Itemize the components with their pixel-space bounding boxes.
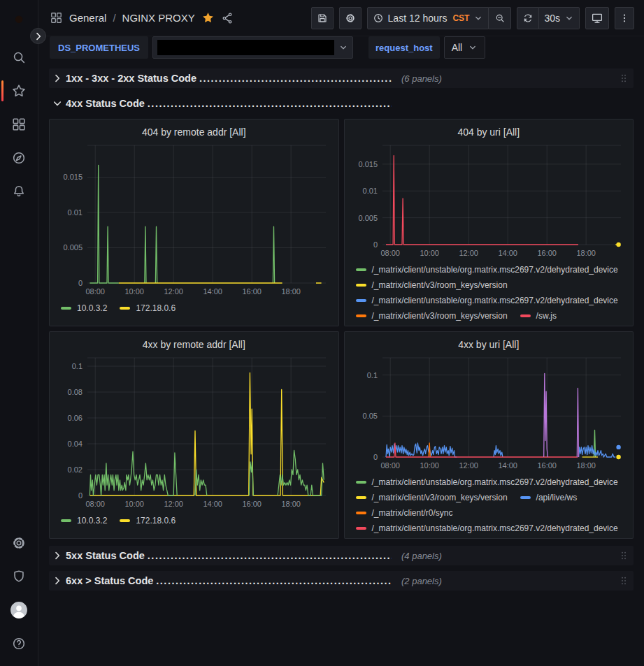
variables-bar: DS_PROMETHEUS request_host All [38, 36, 644, 63]
refresh-button[interactable] [517, 7, 539, 29]
panel-title[interactable]: 404 by remote addr [All] [57, 123, 331, 141]
time-series-chart[interactable]: 00.0050.010.01508:0010:0012:0014:0016:00… [352, 141, 629, 260]
dashboards-grid-icon [11, 117, 27, 132]
sidebar-bottom-group [0, 526, 38, 660]
legend-item[interactable]: 10.0.3.2 [61, 513, 107, 528]
row-title-dots: ........................................… [199, 73, 392, 84]
time-series-chart[interactable]: 00.020.040.060.080.108:0010:0012:0014:00… [57, 354, 334, 511]
legend-item[interactable]: 172.18.0.6 [120, 301, 176, 316]
legend-swatch-icon [356, 527, 366, 530]
svg-text:0.02: 0.02 [68, 465, 83, 474]
sidebar-item-alerting[interactable] [0, 175, 38, 208]
request-host-variable-select[interactable]: All [444, 36, 486, 59]
tv-mode-button[interactable] [585, 7, 609, 29]
legend-item[interactable]: /sw.js [520, 308, 557, 321]
svg-text:12:00: 12:00 [164, 287, 183, 296]
legend-item[interactable]: /_matrix/client/unstable/org.matrix.msc2… [356, 293, 618, 308]
legend-item[interactable]: /api/live/ws [520, 490, 578, 505]
svg-text:0.015: 0.015 [358, 160, 378, 168]
dashboard-header: General / NGINX PROXY Last 12 hours CST [38, 0, 644, 36]
legend-item[interactable]: /_matrix/client/unstable/org.matrix.msc2… [356, 475, 618, 490]
sidebar [0, 0, 38, 666]
row-drag-handle-icon[interactable] [618, 549, 629, 562]
panel-legend: 10.0.3.2172.18.0.6 [57, 511, 331, 534]
chevron-down-icon [473, 13, 483, 23]
panel-title[interactable]: 404 by uri [All] [352, 123, 627, 141]
legend-swatch-icon [120, 307, 130, 310]
legend-item[interactable]: 10.0.3.2 [61, 301, 107, 316]
legend-swatch-icon [356, 314, 366, 317]
legend-item[interactable]: /_matrix/client/v3/room_keys/version [356, 308, 508, 321]
svg-text:10:00: 10:00 [124, 500, 144, 508]
legend-swatch-icon [356, 268, 366, 271]
legend-item[interactable]: /_matrix/client/r0/sync [356, 505, 453, 521]
row-title-group: 6xx > Status Code ......................… [52, 575, 392, 586]
sidebar-item-explore[interactable] [0, 141, 38, 175]
legend-item[interactable]: /_matrix/client/unstable/org.matrix.msc2… [356, 521, 618, 534]
dashboard-content: 1xx - 3xx - 2xx Status Code ............… [38, 63, 644, 666]
refresh-interval-label: 30s [544, 13, 560, 24]
more-options-button[interactable] [615, 7, 634, 29]
sidebar-item-search[interactable] [0, 41, 38, 74]
grafana-app: General / NGINX PROXY Last 12 hours CST [0, 0, 644, 666]
datasource-variable-select[interactable] [152, 36, 353, 59]
row-drag-handle-icon[interactable] [618, 574, 629, 587]
row-title-group: 5xx Status Code ........................… [52, 550, 392, 561]
sidebar-item-help[interactable] [0, 627, 38, 660]
svg-text:10:00: 10:00 [420, 249, 439, 257]
row-header-5xx[interactable]: 5xx Status Code ........................… [49, 546, 634, 565]
chevron-down-icon [564, 13, 574, 23]
svg-text:0.08: 0.08 [68, 388, 83, 396]
save-dashboard-button[interactable] [311, 7, 334, 29]
svg-text:14:00: 14:00 [203, 500, 222, 508]
legend-swatch-icon [356, 284, 366, 287]
legend-swatch-icon [356, 512, 366, 514]
svg-text:16:00: 16:00 [242, 287, 262, 296]
help-icon [11, 636, 27, 651]
legend-label: /_matrix/client/v3/room_keys/version [372, 311, 508, 321]
favorite-star-icon[interactable] [201, 11, 215, 24]
share-icon[interactable] [221, 12, 234, 24]
monitor-icon [591, 12, 603, 24]
datasource-variable-label[interactable]: DS_PROMETHEUS [50, 36, 148, 59]
sidebar-item-dashboards[interactable] [0, 108, 38, 141]
svg-text:18:00: 18:00 [281, 287, 301, 296]
sidebar-item-server-admin[interactable] [0, 560, 38, 593]
svg-text:08:00: 08:00 [380, 249, 400, 257]
sidebar-item-profile[interactable] [0, 593, 38, 627]
angle-right-icon [52, 73, 63, 84]
breadcrumb-dashboard-title[interactable]: NGINX PROXY [122, 12, 195, 24]
breadcrumb-section[interactable]: General [69, 12, 106, 24]
svg-text:08:00: 08:00 [380, 461, 400, 470]
legend-item[interactable]: /_matrix/client/v3/room_keys/version [356, 490, 508, 505]
zoom-out-time-button[interactable] [489, 7, 511, 29]
time-series-chart[interactable]: 00.050.108:0010:0012:0014:0016:0018:00 [352, 354, 629, 472]
datasource-variable-value-redacted [157, 40, 334, 55]
alerting-bell-icon [11, 184, 27, 199]
panel-title[interactable]: 4xx by uri [All] [352, 335, 627, 354]
legend-label: /_matrix/client/v3/room_keys/version [372, 493, 508, 502]
time-range-picker[interactable]: Last 12 hours CST [367, 7, 489, 29]
row-header-6xx[interactable]: 6xx > Status Code ......................… [49, 571, 634, 591]
row-drag-handle-icon[interactable] [618, 72, 629, 85]
sidebar-item-starred[interactable] [0, 74, 38, 108]
legend-swatch-icon [120, 519, 130, 522]
grafana-logo[interactable] [8, 7, 29, 31]
time-series-chart[interactable]: 00.0050.010.01508:0010:0012:0014:0016:00… [57, 141, 334, 298]
sidebar-expand-button[interactable] [30, 28, 46, 44]
legend-item[interactable]: 172.18.0.6 [120, 513, 176, 528]
refresh-interval-picker[interactable]: 30s [539, 7, 580, 29]
legend-item[interactable]: /_matrix/client/unstable/org.matrix.msc2… [356, 262, 618, 277]
legend-label: /api/live/ws [536, 493, 578, 502]
request-host-variable-label[interactable]: request_host [368, 36, 440, 59]
legend-item[interactable]: /_matrix/client/v3/room_keys/version [356, 277, 508, 293]
dashboard-settings-button[interactable] [339, 7, 362, 29]
legend-swatch-icon [520, 314, 531, 317]
kebab-icon [619, 13, 630, 24]
angle-right-icon [52, 575, 63, 586]
panel-legend: /_matrix/client/unstable/org.matrix.msc2… [352, 472, 627, 534]
row-header-4xx[interactable]: 4xx Status Code ........................… [49, 94, 634, 113]
panel-title[interactable]: 4xx by remote addr [All] [57, 335, 331, 354]
sidebar-item-configuration[interactable] [0, 526, 38, 560]
row-header-1xx-3xx-2xx[interactable]: 1xx - 3xx - 2xx Status Code ............… [49, 68, 634, 88]
